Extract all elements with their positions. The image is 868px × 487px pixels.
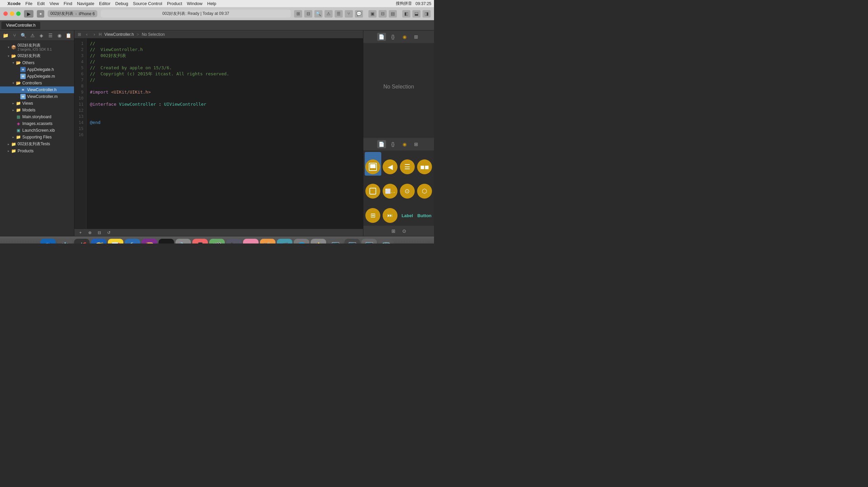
menu-edit[interactable]: Edit — [37, 1, 45, 6]
menu-debug[interactable]: Debug — [115, 1, 128, 6]
dock-app2[interactable]: 🎬 — [209, 239, 225, 244]
dock-terminal[interactable]: 💻 — [159, 239, 174, 244]
editor-assistant[interactable]: ▤ — [389, 10, 397, 18]
code-content[interactable]: // // ViewController.h // 002好友列表 // // … — [87, 39, 363, 229]
menu-help[interactable]: Help — [207, 1, 216, 6]
dock-tools[interactable]: 🔧 — [175, 239, 191, 244]
dock-system-prefs[interactable]: ⚙️ — [57, 239, 73, 244]
obj-cube[interactable]: ⬡ — [416, 176, 433, 200]
obj-lib-circle-icon[interactable]: ◉ — [400, 140, 409, 148]
dock-app5[interactable]: 🎵 — [277, 239, 292, 244]
obj-imageview[interactable]: ⬜… — [382, 176, 399, 200]
sidebar-item-main-storyboard[interactable]: ▦ Main.storyboard — [0, 113, 74, 120]
sidebar-item-group-main[interactable]: 📂 002好友列表 — [0, 52, 74, 59]
dock-app3[interactable]: 🦅 — [226, 239, 242, 244]
rp-braces-icon[interactable]: {} — [389, 33, 397, 41]
history-icon[interactable]: ⊕ — [87, 230, 93, 236]
sidebar-git-icon[interactable]: ⑂ — [11, 32, 18, 39]
dock-safari[interactable]: 🧭 — [91, 239, 106, 244]
menu-window[interactable]: Window — [187, 1, 202, 6]
menu-source-control[interactable]: Source Control — [133, 1, 162, 6]
panel-right[interactable]: ◨ — [423, 10, 431, 18]
dock-app4[interactable]: 🐝 — [260, 239, 275, 244]
sidebar-item-images-xcassets[interactable]: ◈ Images.xcassets — [0, 120, 74, 127]
rp-file-icon[interactable]: 📄 — [377, 33, 386, 41]
maximize-button[interactable] — [16, 11, 21, 16]
sidebar-item-others[interactable]: 📂 Others — [0, 59, 74, 66]
nav-forward-button[interactable]: › — [91, 31, 97, 37]
panel-bottom[interactable]: ⬓ — [412, 10, 420, 18]
git-icon[interactable]: ⑂ — [345, 10, 353, 18]
obj-viewcontroller[interactable] — [365, 152, 381, 176]
dock-xcode[interactable]: 🔨 — [125, 239, 140, 244]
sidebar-item-project[interactable]: 📦 002好友列表 2 targets, iOS SDK 8.1 — [0, 42, 74, 52]
sidebar-item-supporting-files[interactable]: 📁 Supporting Files — [0, 134, 74, 140]
sidebar-warn-icon[interactable]: ⚠ — [29, 32, 36, 39]
dock-app10[interactable]: 🖥️ — [361, 239, 377, 244]
minimize-button[interactable] — [10, 11, 14, 16]
sidebar-folder-icon[interactable]: 📁 — [2, 32, 9, 39]
menu-find[interactable]: Find — [64, 1, 72, 6]
search-icon[interactable]: 🔍 — [314, 10, 322, 18]
breakpoint-icon[interactable]: ⊟ — [304, 10, 312, 18]
rl-list-icon[interactable]: ⊙ — [400, 227, 408, 235]
sidebar-item-views[interactable]: 📁 Views — [0, 100, 74, 107]
sidebar-item-appdelegate-h[interactable]: H AppDelegate.h — [0, 66, 74, 73]
dock-notes[interactable]: 📝 — [108, 239, 123, 244]
rp-grid-icon[interactable]: ⊞ — [412, 33, 420, 41]
dock-trash[interactable]: 🗑️ — [378, 239, 394, 244]
dock-finder[interactable]: 🔵 — [40, 239, 56, 244]
dock-onenote[interactable]: 📔 — [142, 239, 157, 244]
obj-grid[interactable]: ⊞ — [365, 201, 381, 224]
close-button[interactable] — [3, 11, 8, 16]
obj-label[interactable]: Label — [399, 201, 416, 224]
navigator-toggle[interactable]: ⊞ — [294, 10, 302, 18]
add-file-button[interactable]: + — [77, 230, 84, 236]
menu-product[interactable]: Product — [167, 1, 182, 6]
breadcrumb-selection[interactable]: No Selection — [142, 32, 165, 37]
refresh-icon[interactable]: ↺ — [105, 230, 112, 236]
obj-lib-file-icon[interactable]: 📄 — [377, 140, 386, 148]
structure-icon[interactable]: ☰ — [335, 10, 343, 18]
dock-filezilla[interactable]: 📁 — [243, 239, 259, 244]
sidebar-search-icon[interactable]: 🔍 — [20, 32, 27, 39]
sidebar-test-icon[interactable]: ◈ — [38, 32, 45, 39]
sidebar-item-controllers[interactable]: 📂 Controllers — [0, 80, 74, 86]
nav-back-button[interactable]: ‹ — [84, 31, 90, 37]
menu-editor[interactable]: Editor — [99, 1, 111, 6]
obj-tabbar[interactable]: ◼◼ — [416, 152, 433, 176]
obj-view[interactable] — [365, 176, 381, 200]
sidebar-item-appdelegate-m[interactable]: M AppDelegate.m — [0, 73, 74, 80]
sidebar-item-models[interactable]: 📁 Models — [0, 107, 74, 113]
sidebar-debug-icon[interactable]: ☰ — [47, 32, 54, 39]
rl-grid-icon[interactable]: ⊞ — [389, 227, 397, 235]
sidebar-item-products[interactable]: 📁 Products — [0, 148, 74, 154]
tab-viewcontroller-h[interactable]: ViewController.h — [1, 22, 40, 29]
obj-camera[interactable]: ⊙ — [399, 176, 416, 200]
sidebar-item-viewcontroller-h[interactable]: H ViewController.h — [0, 86, 74, 93]
breadcrumb-filename[interactable]: ViewController.h — [104, 32, 134, 37]
obj-nav-controller[interactable]: ◀ — [382, 152, 399, 176]
dock-launchpad[interactable]: 🚀 — [74, 239, 90, 244]
warning-icon[interactable]: ⚠ — [324, 10, 333, 18]
sidebar-item-viewcontroller-m[interactable]: M ViewController.m — [0, 93, 74, 100]
stop-button[interactable]: ■ — [37, 10, 44, 18]
sidebar-report-icon[interactable]: 📋 — [65, 32, 72, 39]
obj-lib-braces-icon[interactable]: {} — [389, 140, 397, 148]
menu-navigate[interactable]: Navigate — [77, 1, 94, 6]
rp-circle-icon[interactable]: ◉ — [400, 33, 409, 41]
obj-media[interactable]: ⏭ — [382, 201, 399, 224]
sidebar-breakpoint-icon[interactable]: ◉ — [56, 32, 63, 39]
dock-app6[interactable]: 🌐 — [294, 239, 309, 244]
dock-app7[interactable]: 🌟 — [311, 239, 326, 244]
dock-app9[interactable]: 🖥️ — [344, 239, 360, 244]
menu-view[interactable]: View — [49, 1, 59, 6]
menu-xcode[interactable]: Xcode — [7, 1, 21, 6]
sidebar-item-tests[interactable]: 📁 002好友列表Tests — [0, 140, 74, 148]
obj-tableview[interactable]: ☰ — [399, 152, 416, 176]
obj-button[interactable]: Button — [416, 201, 433, 224]
nav-toggle-icon[interactable]: ⊞ — [76, 31, 82, 37]
menu-file[interactable]: File — [25, 1, 32, 6]
comment-icon[interactable]: 💬 — [355, 10, 363, 18]
obj-lib-grid-icon[interactable]: ⊞ — [412, 140, 420, 148]
